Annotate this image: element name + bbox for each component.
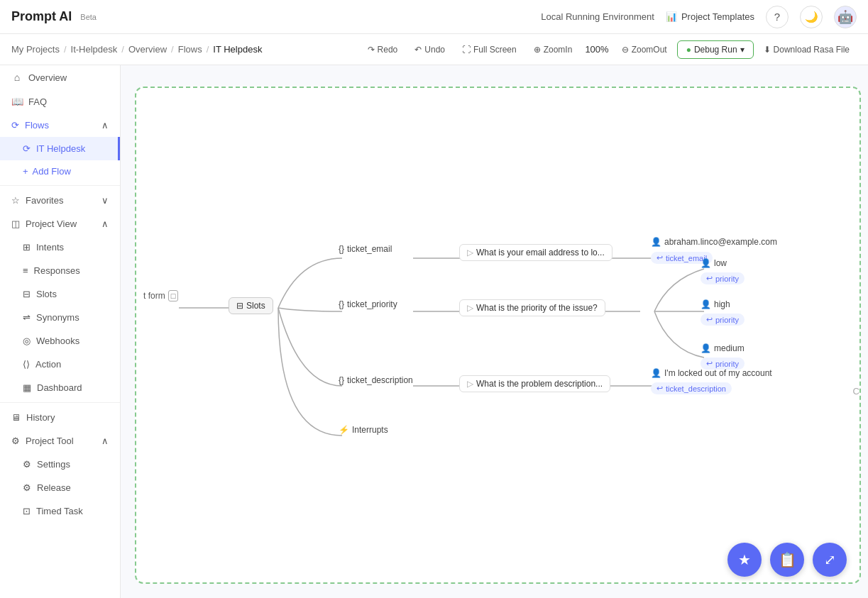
breadcrumb-overview[interactable]: Overview [128,44,167,55]
fullscreen-icon: ⛶ [462,45,471,55]
sidebar-item-webhooks[interactable]: ◎ Webhooks [0,329,120,353]
sidebar-item-action[interactable]: ⟨⟩ Action [0,353,120,376]
sidebar-item-dashboard[interactable]: ▦ Dashboard [0,376,120,399]
synonyms-icon: ⇌ [23,312,31,323]
fab-clipboard-button[interactable]: 📋 [770,543,804,577]
project-tool-collapse-icon: ∧ [101,436,109,446]
toolbar: ↷ Redo ↶ Undo ⛶ Full Screen ⊕ ZoomIn 100… [361,40,857,59]
sidebar-item-synonyms[interactable]: ⇌ Synonyms [0,306,120,329]
project-templates-button[interactable]: 📊 Project Templates [666,11,754,22]
release-icon: ⚙ [23,482,31,493]
faq-icon: 📖 [11,96,23,107]
zoomout-button[interactable]: ⊖ ZoomOut [615,41,674,58]
download-icon: ⬇ [764,45,771,55]
redo-button[interactable]: ↷ Redo [361,41,405,58]
sidebar-flows-header[interactable]: ⟳ Flows ∧ [0,113,120,137]
sidebar-favorites-header[interactable]: ☆ Favorites ∨ [0,189,120,212]
dashboard-icon: ▦ [23,382,31,393]
breadcrumb: My Projects / It-Helpdesk / Overview / F… [11,44,262,55]
sidebar-item-history[interactable]: 🖥 History [0,406,120,429]
undo-icon: ↶ [414,45,422,55]
sidebar-item-intents[interactable]: ⊞ Intents [0,236,120,259]
add-flow-button[interactable]: + Add Flow [0,160,120,182]
slot-ticket-email: {} ticket_email [339,244,392,254]
flows-icon: ⟳ [11,120,19,131]
interrupts-node: ⚡ Interrupts [339,425,388,435]
favorites-icon: ☆ [11,195,20,206]
sidebar: ⌂ Overview 📖 FAQ ⟳ Flows ∧ ⟳ IT Helpdesk… [0,65,121,598]
brand-beta: Beta [80,13,97,21]
intents-icon: ⊞ [23,242,31,253]
slot-ticket-priority: {} ticket_priority [339,299,397,309]
response-priority-high: 👤 high ↩ priority [701,299,745,326]
fab-container: ★ 📋 ⤢ [727,543,847,577]
responses-icon: ≡ [23,265,28,276]
user-avatar[interactable]: 🤖 [834,6,857,28]
zoomin-icon: ⊕ [534,45,541,55]
debug-dot: ● [686,45,691,55]
question-email: ▷ What is your email address to lo... [459,244,612,261]
sidebar-project-tool-header[interactable]: ⚙ Project Tool ∧ [0,429,120,453]
user-icon: 🤖 [837,9,853,25]
project-view-icon: ◫ [11,218,20,229]
debug-run-button[interactable]: ● Debug Run ▾ [677,40,754,59]
response-description: 👤 I'm locked out of my account ↩ ticket_… [651,368,772,394]
slots-icon: ⊟ [23,289,31,299]
env-label: Local Running Environment [541,11,654,22]
redo-icon: ↷ [368,45,375,55]
fullscreen-button[interactable]: ⛶ Full Screen [455,41,524,58]
breadcrumb-it-helpdesk[interactable]: It-Helpdesk [71,44,118,55]
fab-star-button[interactable]: ★ [727,543,762,577]
undo-button[interactable]: ↶ Undo [407,41,452,58]
navbar-left: Prompt AI Beta [11,9,97,24]
question-description: ▷ What is the problem description... [459,375,610,392]
help-button[interactable]: ? [766,6,789,28]
flows-collapse-icon: ∧ [101,120,109,131]
project-tool-icon: ⚙ [11,436,20,446]
response-priority-medium: 👤 medium ↩ priority [701,343,745,370]
sidebar-item-settings[interactable]: ⚙ Settings [0,453,120,476]
main-layout: ⌂ Overview 📖 FAQ ⟳ Flows ∧ ⟳ IT Helpdesk… [0,65,868,598]
slot-ticket-description: {} ticket_description [339,375,413,385]
sidebar-item-it-helpdesk[interactable]: ⟳ IT Helpdesk [0,137,120,160]
brand-name: Prompt AI [11,9,72,24]
history-icon: 🖥 [11,412,21,423]
flow-node-icon: ⟳ [23,143,31,154]
breadcrumb-current: IT Helpdesk [213,44,262,55]
plus-icon: + [23,166,28,177]
bar-chart-icon: 📊 [666,11,677,22]
zoomout-icon: ⊖ [622,45,629,55]
sidebar-item-timed-task[interactable]: ⊡ Timed Task [0,499,120,523]
timed-task-icon: ⊡ [23,506,31,516]
sidebar-item-slots[interactable]: ⊟ Slots [0,282,120,306]
zoom-level: 100% [582,44,611,55]
sidebar-item-release[interactable]: ⚙ Release [0,476,120,499]
action-icon: ⟨⟩ [23,359,30,370]
download-rasa-button[interactable]: ⬇ Download Rasa File [757,41,857,58]
form-node: t form □ [143,290,178,301]
settings-icon: ⚙ [23,459,31,470]
zoomin-button[interactable]: ⊕ ZoomIn [527,41,580,58]
canvas-area[interactable]: t form □ ⊟ Slots {} ticket_email [121,65,868,598]
moon-icon: 🌙 [805,11,818,23]
divider-2 [0,402,120,403]
home-icon: ⌂ [11,72,23,83]
sidebar-project-view-header[interactable]: ◫ Project View ∧ [0,212,120,236]
question-icon: ? [774,11,780,23]
fab-expand-button[interactable]: ⤢ [813,543,847,577]
slots-node: ⊟ Slots [229,297,273,314]
sidebar-item-faq[interactable]: 📖 FAQ [0,89,120,113]
divider-1 [0,185,120,186]
question-priority: ▷ What is the priority of the issue? [459,299,605,316]
sidebar-item-overview[interactable]: ⌂ Overview [0,65,120,89]
right-edge-connector: C [853,386,859,397]
breadcrumb-my-projects[interactable]: My Projects [11,44,60,55]
navbar: Prompt AI Beta Local Running Environment… [0,0,868,34]
project-view-collapse-icon: ∧ [101,218,109,229]
breadcrumb-bar: My Projects / It-Helpdesk / Overview / F… [0,34,868,65]
favorites-collapse-icon: ∨ [101,195,109,206]
response-priority-low: 👤 low ↩ priority [701,258,745,284]
theme-toggle-button[interactable]: 🌙 [800,6,823,28]
breadcrumb-flows[interactable]: Flows [178,44,202,55]
sidebar-item-responses[interactable]: ≡ Responses [0,259,120,282]
